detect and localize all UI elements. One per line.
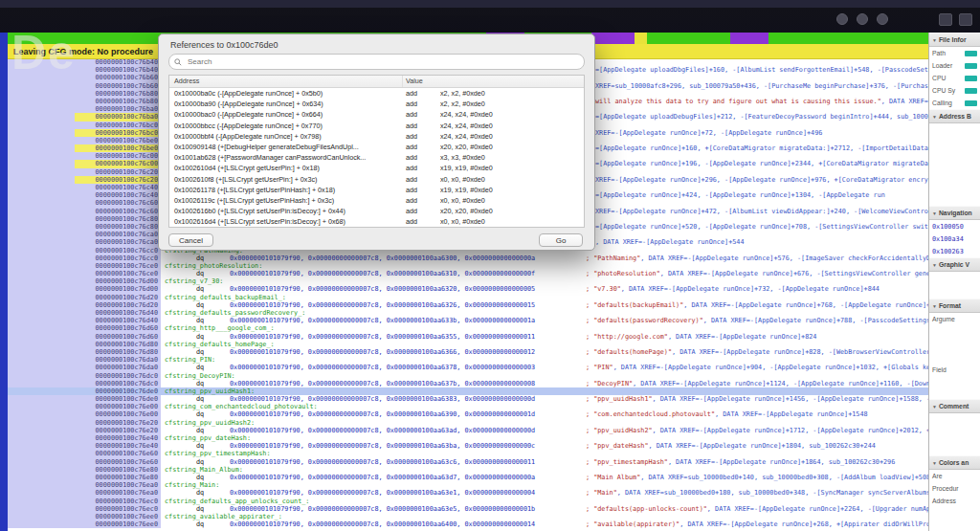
asm-dq-line[interactable]: 0000000100c76de0dq0x0000000101079f90, 0x… bbox=[8, 395, 928, 403]
reference-row[interactable]: 0x10000ba90 (-[AppDelegate runOnce] + 0x… bbox=[169, 99, 584, 109]
asm-label-line[interactable]: 0000000100c76de0cfstring_ppv_uuidHash1: bbox=[8, 387, 928, 395]
asm-dq-line[interactable]: 0000000100c76d40dq0x0000000101079f90, 0x… bbox=[8, 317, 928, 324]
asm-dq-line[interactable]: 0000000100c76ee0dq0x0000000101079f90, 0x… bbox=[8, 520, 928, 528]
asm-label-line[interactable]: 0000000100c76e20cfstring_ppv_uuidHash2: bbox=[8, 419, 928, 427]
inspector-section: ▼FormatArgumeField bbox=[929, 299, 980, 399]
window-button[interactable] bbox=[857, 13, 868, 25]
asm-label-line[interactable]: 0000000100c76da0cfstring_PIN: bbox=[8, 356, 928, 364]
asm-dq-line[interactable]: 0000000100c76d00dq0x0000000101079f90, 0x… bbox=[8, 285, 928, 293]
asm-label-line[interactable]: 0000000100c76ec0cfstring_defaults_app_un… bbox=[8, 498, 928, 505]
inspector-row[interactable]: Calling bbox=[929, 97, 980, 109]
asm-label-line[interactable]: 0000000100c76e60cfstring_ppv_timestampHa… bbox=[8, 450, 928, 457]
nav-strip-segment[interactable] bbox=[647, 33, 730, 44]
reference-row[interactable]: 0x10026119c (+[LSLCrypt getUserPinHash:]… bbox=[169, 195, 584, 206]
inspector-row[interactable]: Address bbox=[929, 495, 980, 507]
reference-row[interactable]: 0x10000bbcc (-[AppDelegate runOnce] + 0x… bbox=[169, 121, 584, 131]
asm-label-line[interactable]: 0000000100c76dc0cfstring_DecoyPIN: bbox=[8, 372, 928, 380]
reference-address: 0x1002610d4 (+[LSLCrypt getUserPin:] + 0… bbox=[169, 163, 403, 173]
inspector-row[interactable]: Procedur bbox=[929, 482, 980, 495]
inspector-row[interactable]: Path bbox=[929, 47, 980, 59]
inspector-section-header[interactable]: ▼Comment bbox=[929, 399, 980, 413]
asm-label-line[interactable]: 0000000100c76d00cfstring_v7_30: bbox=[8, 277, 928, 285]
asm-line-content: cfstring_ppv_uuidHash1: bbox=[161, 387, 928, 395]
column-header-address[interactable]: Address bbox=[169, 76, 403, 87]
toolbar-icon[interactable] bbox=[939, 13, 952, 26]
reference-row[interactable]: 0x10000bbf4 (-[AppDelegate runOnce] + 0x… bbox=[169, 131, 584, 142]
inspector-section-header[interactable]: ▼File Infor bbox=[929, 33, 980, 47]
gutter-pad bbox=[8, 199, 75, 207]
inspector-row[interactable]: Are bbox=[929, 470, 980, 482]
reference-address: 0x1001ab628 (+[PasswordManager canPasswo… bbox=[169, 152, 403, 163]
inspector-section-header[interactable]: ▼Address B bbox=[929, 109, 980, 123]
asm-dq-line[interactable]: 0000000100c76ce0dq0x0000000101079f90, 0x… bbox=[8, 270, 928, 277]
inspector-section-header[interactable]: ▼Colors an bbox=[929, 455, 980, 470]
inspector-row[interactable]: Argume bbox=[929, 313, 980, 325]
reference-opcode: add bbox=[403, 195, 440, 206]
nav-strip-segment[interactable] bbox=[591, 33, 635, 44]
inspector-section-header[interactable]: ▼Format bbox=[929, 299, 980, 313]
nav-strip-segment[interactable] bbox=[730, 33, 768, 44]
cfstring-label: cfstring_defaults_app_unlocks_count_: bbox=[161, 498, 309, 505]
inspector-row[interactable]: Field bbox=[929, 364, 980, 376]
asm-label-line[interactable]: 0000000100c76d20cfstring_defaults_backup… bbox=[8, 294, 928, 301]
asm-label-line[interactable]: 0000000100c76e40cfstring_ppv_dateHash: bbox=[8, 434, 928, 442]
inspector-row[interactable]: 0x100a34 bbox=[929, 232, 980, 245]
comment-string: ; "com.enchantedcloud.photovault" bbox=[586, 410, 715, 418]
asm-dq-line[interactable]: 0000000100c76d60dq0x0000000101079f90, 0x… bbox=[8, 333, 928, 341]
dq-keyword: dq bbox=[196, 427, 204, 434]
search-field[interactable] bbox=[168, 54, 585, 70]
reference-row[interactable]: 0x1001ab628 (+[PasswordManager canPasswo… bbox=[169, 152, 584, 163]
cancel-button[interactable]: Cancel bbox=[168, 233, 213, 247]
asm-label-line[interactable]: 0000000100c76ee0cfstring_available_appir… bbox=[8, 513, 928, 520]
asm-dq-line[interactable]: 0000000100c76dc0dq0x0000000101079f90, 0x… bbox=[8, 380, 928, 387]
asm-label-line[interactable]: 0000000100c76d80cfstring_defaults_homePa… bbox=[8, 341, 928, 348]
reference-row[interactable]: 0x1002610d4 (+[LSLCrypt getUserPin:] + 0… bbox=[169, 163, 584, 173]
asm-dq-line[interactable]: 0000000100c76da0dq0x0000000101079f90, 0x… bbox=[8, 364, 928, 371]
reference-row[interactable]: 0x1002616d4 (+[LSLCrypt setUserPin:isDec… bbox=[169, 216, 584, 227]
column-header-value[interactable]: Value bbox=[403, 76, 584, 87]
inspector-row-label: Field bbox=[932, 366, 947, 373]
reference-row[interactable]: 0x100261178 (+[LSLCrypt getUserPinHash:]… bbox=[169, 185, 584, 195]
asm-dq-line[interactable]: 0000000100c76e20dq0x0000000101079f90, 0x… bbox=[8, 427, 928, 434]
gutter-pad bbox=[8, 66, 75, 74]
asm-dq-line[interactable]: 0000000100c76ec0dq0x0000000101079f90, 0x… bbox=[8, 505, 928, 513]
asm-dq-line[interactable]: 0000000100c76d80dq0x0000000101079f90, 0x… bbox=[8, 348, 928, 356]
search-input[interactable] bbox=[186, 56, 579, 67]
asm-label-line[interactable]: 0000000100c76ea0cfstring_Main: bbox=[8, 481, 928, 489]
reference-row[interactable]: 0x10000ba0c (-[AppDelegate runOnce] + 0x… bbox=[169, 88, 584, 99]
asm-label-line[interactable]: 0000000100c76ce0cfstring_photoResolution… bbox=[8, 262, 928, 270]
asm-dq-line[interactable]: 0000000100c76e60dq0x0000000101079f90, 0x… bbox=[8, 458, 928, 466]
inspector-section-header[interactable]: ▼Navigation bbox=[929, 206, 980, 220]
gutter-address: 0000000100c76be0 bbox=[75, 144, 161, 152]
inspector-value-chip bbox=[965, 63, 977, 69]
window-button[interactable] bbox=[836, 13, 848, 25]
nav-strip-segment[interactable] bbox=[768, 33, 928, 44]
inspector-row[interactable]: CPU bbox=[929, 72, 980, 84]
go-button[interactable]: Go bbox=[539, 233, 583, 247]
inspector-section-header[interactable]: ▼Graphic V bbox=[929, 257, 980, 272]
asm-dq-line[interactable]: 0000000100c76e00dq0x0000000101079f90, 0x… bbox=[8, 410, 928, 418]
inspector-row[interactable]: 0x100263 bbox=[929, 245, 980, 257]
asm-label-line[interactable]: 0000000100c76d40cfstring_defaults_passwo… bbox=[8, 309, 928, 317]
reference-row[interactable]: 0x1002610f8 (+[LSLCrypt getUserPin:] + 0… bbox=[169, 174, 584, 185]
asm-label-line[interactable]: 0000000100c76e00cfstring_com_enchantedcl… bbox=[8, 403, 928, 410]
asm-label-line[interactable]: 0000000100c76e80cfstring_Main_Album: bbox=[8, 466, 928, 474]
dq-keyword: dq bbox=[196, 505, 204, 513]
toolbar-icon[interactable] bbox=[959, 13, 972, 26]
asm-dq-line[interactable]: 0000000100c76cc0dq0x0000000101079f90, 0x… bbox=[8, 254, 928, 262]
reference-row[interactable]: 0x10000bac0 (-[AppDelegate runOnce] + 0x… bbox=[169, 109, 584, 120]
reference-row[interactable]: 0x100909148 (+[DebugHelper generateDebug… bbox=[169, 142, 584, 152]
asm-dq-line[interactable]: 0000000100c76e80dq0x0000000101079f90, 0x… bbox=[8, 474, 928, 481]
asm-label-line[interactable]: 0000000100c76d60cfstring_http___google_c… bbox=[8, 324, 928, 332]
reference-row[interactable]: 0x1002616b0 (+[LSLCrypt setUserPin:isDec… bbox=[169, 206, 584, 216]
window-button[interactable] bbox=[877, 13, 888, 25]
gutter-pad bbox=[8, 427, 75, 434]
asm-dq-line[interactable]: 0000000100c76ea0dq0x0000000101079f90, 0x… bbox=[8, 489, 928, 497]
inspector-row[interactable]: 0x100050 bbox=[929, 220, 980, 232]
asm-dq-line[interactable]: 0000000100c76d20dq0x0000000101079f90, 0x… bbox=[8, 301, 928, 309]
nav-strip-segment[interactable] bbox=[635, 33, 647, 44]
inspector-row[interactable]: Loader bbox=[929, 59, 980, 72]
gutter-pad bbox=[8, 176, 75, 184]
asm-dq-line[interactable]: 0000000100c76e40dq0x0000000101079f90, 0x… bbox=[8, 442, 928, 450]
inspector-row[interactable]: CPU Sy bbox=[929, 84, 980, 97]
